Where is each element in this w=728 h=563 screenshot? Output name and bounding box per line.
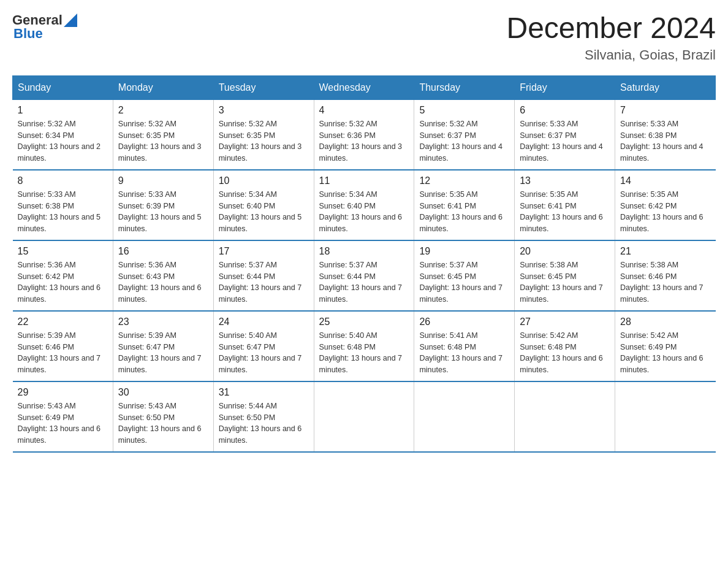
day-number: 2 (118, 105, 208, 116)
day-cell: 3 Sunrise: 5:32 AMSunset: 6:35 PMDayligh… (213, 99, 314, 170)
day-number: 8 (18, 175, 108, 186)
day-info: Sunrise: 5:34 AMSunset: 6:40 PMDaylight:… (219, 189, 309, 235)
day-cell (515, 381, 615, 452)
day-cell: 22 Sunrise: 5:39 AMSunset: 6:46 PMDaylig… (13, 311, 113, 381)
day-info: Sunrise: 5:35 AMSunset: 6:41 PMDaylight:… (419, 189, 509, 235)
day-number: 31 (219, 387, 309, 398)
day-number: 19 (419, 246, 509, 257)
day-number: 30 (118, 387, 208, 398)
day-info: Sunrise: 5:33 AMSunset: 6:38 PMDaylight:… (18, 189, 108, 235)
day-cell: 28 Sunrise: 5:42 AMSunset: 6:49 PMDaylig… (615, 311, 716, 381)
week-row-3: 15 Sunrise: 5:36 AMSunset: 6:42 PMDaylig… (13, 240, 716, 311)
day-number: 29 (18, 387, 108, 398)
day-number: 13 (520, 175, 610, 186)
day-cell: 8 Sunrise: 5:33 AMSunset: 6:38 PMDayligh… (13, 170, 113, 240)
day-info: Sunrise: 5:36 AMSunset: 6:43 PMDaylight:… (118, 259, 208, 305)
day-cell: 24 Sunrise: 5:40 AMSunset: 6:47 PMDaylig… (213, 311, 314, 381)
weekday-header-monday: Monday (113, 75, 213, 99)
day-cell: 27 Sunrise: 5:42 AMSunset: 6:48 PMDaylig… (515, 311, 615, 381)
day-cell: 31 Sunrise: 5:44 AMSunset: 6:50 PMDaylig… (213, 381, 314, 452)
logo-triangle-icon (64, 13, 77, 27)
day-number: 11 (319, 175, 409, 186)
weekday-header-row: SundayMondayTuesdayWednesdayThursdayFrid… (13, 75, 716, 99)
day-cell: 21 Sunrise: 5:38 AMSunset: 6:46 PMDaylig… (615, 240, 716, 311)
day-info: Sunrise: 5:43 AMSunset: 6:49 PMDaylight:… (18, 400, 108, 446)
day-info: Sunrise: 5:34 AMSunset: 6:40 PMDaylight:… (319, 189, 409, 235)
day-number: 12 (419, 175, 509, 186)
day-cell: 10 Sunrise: 5:34 AMSunset: 6:40 PMDaylig… (213, 170, 314, 240)
day-number: 1 (18, 105, 108, 116)
week-row-2: 8 Sunrise: 5:33 AMSunset: 6:38 PMDayligh… (13, 170, 716, 240)
day-info: Sunrise: 5:40 AMSunset: 6:47 PMDaylight:… (219, 330, 309, 376)
day-number: 18 (319, 246, 409, 257)
title-area: December 2024 Silvania, Goias, Brazil (506, 12, 716, 63)
day-cell: 1 Sunrise: 5:32 AMSunset: 6:34 PMDayligh… (13, 99, 113, 170)
day-cell: 5 Sunrise: 5:32 AMSunset: 6:37 PMDayligh… (414, 99, 515, 170)
weekday-header-thursday: Thursday (414, 75, 515, 99)
day-cell: 30 Sunrise: 5:43 AMSunset: 6:50 PMDaylig… (113, 381, 213, 452)
day-info: Sunrise: 5:33 AMSunset: 6:38 PMDaylight:… (620, 118, 710, 164)
day-cell: 26 Sunrise: 5:41 AMSunset: 6:48 PMDaylig… (414, 311, 515, 381)
day-number: 16 (118, 246, 208, 257)
week-row-5: 29 Sunrise: 5:43 AMSunset: 6:49 PMDaylig… (13, 381, 716, 452)
day-cell: 15 Sunrise: 5:36 AMSunset: 6:42 PMDaylig… (13, 240, 113, 311)
day-info: Sunrise: 5:39 AMSunset: 6:47 PMDaylight:… (118, 330, 208, 376)
day-cell: 6 Sunrise: 5:33 AMSunset: 6:37 PMDayligh… (515, 99, 615, 170)
weekday-header-tuesday: Tuesday (213, 75, 314, 99)
day-cell: 4 Sunrise: 5:32 AMSunset: 6:36 PMDayligh… (314, 99, 414, 170)
day-info: Sunrise: 5:32 AMSunset: 6:35 PMDaylight:… (118, 118, 208, 164)
svg-marker-0 (64, 13, 77, 27)
day-info: Sunrise: 5:39 AMSunset: 6:46 PMDaylight:… (18, 330, 108, 376)
day-number: 26 (419, 316, 509, 327)
day-cell: 16 Sunrise: 5:36 AMSunset: 6:43 PMDaylig… (113, 240, 213, 311)
day-number: 24 (219, 316, 309, 327)
day-cell: 29 Sunrise: 5:43 AMSunset: 6:49 PMDaylig… (13, 381, 113, 452)
day-number: 5 (419, 105, 509, 116)
day-cell: 13 Sunrise: 5:35 AMSunset: 6:41 PMDaylig… (515, 170, 615, 240)
week-row-1: 1 Sunrise: 5:32 AMSunset: 6:34 PMDayligh… (13, 99, 716, 170)
day-info: Sunrise: 5:43 AMSunset: 6:50 PMDaylight:… (118, 400, 208, 446)
day-number: 15 (18, 246, 108, 257)
day-cell (615, 381, 716, 452)
day-info: Sunrise: 5:40 AMSunset: 6:48 PMDaylight:… (319, 330, 409, 376)
logo-blue-text: Blue (13, 26, 43, 42)
day-cell (314, 381, 414, 452)
day-info: Sunrise: 5:42 AMSunset: 6:48 PMDaylight:… (520, 330, 610, 376)
day-cell: 18 Sunrise: 5:37 AMSunset: 6:44 PMDaylig… (314, 240, 414, 311)
day-number: 3 (219, 105, 309, 116)
day-number: 9 (118, 175, 208, 186)
day-info: Sunrise: 5:44 AMSunset: 6:50 PMDaylight:… (219, 400, 309, 446)
day-cell: 7 Sunrise: 5:33 AMSunset: 6:38 PMDayligh… (615, 99, 716, 170)
day-number: 27 (520, 316, 610, 327)
day-info: Sunrise: 5:32 AMSunset: 6:35 PMDaylight:… (219, 118, 309, 164)
day-cell: 2 Sunrise: 5:32 AMSunset: 6:35 PMDayligh… (113, 99, 213, 170)
day-info: Sunrise: 5:36 AMSunset: 6:42 PMDaylight:… (18, 259, 108, 305)
logo: General Blue (12, 12, 77, 42)
day-number: 21 (620, 246, 710, 257)
day-info: Sunrise: 5:38 AMSunset: 6:45 PMDaylight:… (520, 259, 610, 305)
weekday-header-saturday: Saturday (615, 75, 716, 99)
day-cell: 12 Sunrise: 5:35 AMSunset: 6:41 PMDaylig… (414, 170, 515, 240)
day-number: 14 (620, 175, 710, 186)
header: General Blue December 2024 Silvania, Goi… (12, 12, 716, 63)
day-cell: 11 Sunrise: 5:34 AMSunset: 6:40 PMDaylig… (314, 170, 414, 240)
day-cell: 23 Sunrise: 5:39 AMSunset: 6:47 PMDaylig… (113, 311, 213, 381)
day-info: Sunrise: 5:37 AMSunset: 6:45 PMDaylight:… (419, 259, 509, 305)
day-info: Sunrise: 5:35 AMSunset: 6:41 PMDaylight:… (520, 189, 610, 235)
calendar-table: SundayMondayTuesdayWednesdayThursdayFrid… (12, 75, 716, 453)
day-cell (414, 381, 515, 452)
day-cell: 19 Sunrise: 5:37 AMSunset: 6:45 PMDaylig… (414, 240, 515, 311)
day-info: Sunrise: 5:42 AMSunset: 6:49 PMDaylight:… (620, 330, 710, 376)
day-number: 22 (18, 316, 108, 327)
weekday-header-wednesday: Wednesday (314, 75, 414, 99)
calendar-title: December 2024 (506, 12, 716, 45)
day-number: 17 (219, 246, 309, 257)
day-number: 4 (319, 105, 409, 116)
day-info: Sunrise: 5:32 AMSunset: 6:34 PMDaylight:… (18, 118, 108, 164)
day-info: Sunrise: 5:33 AMSunset: 6:37 PMDaylight:… (520, 118, 610, 164)
day-number: 23 (118, 316, 208, 327)
weekday-header-sunday: Sunday (13, 75, 113, 99)
day-cell: 20 Sunrise: 5:38 AMSunset: 6:45 PMDaylig… (515, 240, 615, 311)
day-info: Sunrise: 5:32 AMSunset: 6:37 PMDaylight:… (419, 118, 509, 164)
day-cell: 14 Sunrise: 5:35 AMSunset: 6:42 PMDaylig… (615, 170, 716, 240)
